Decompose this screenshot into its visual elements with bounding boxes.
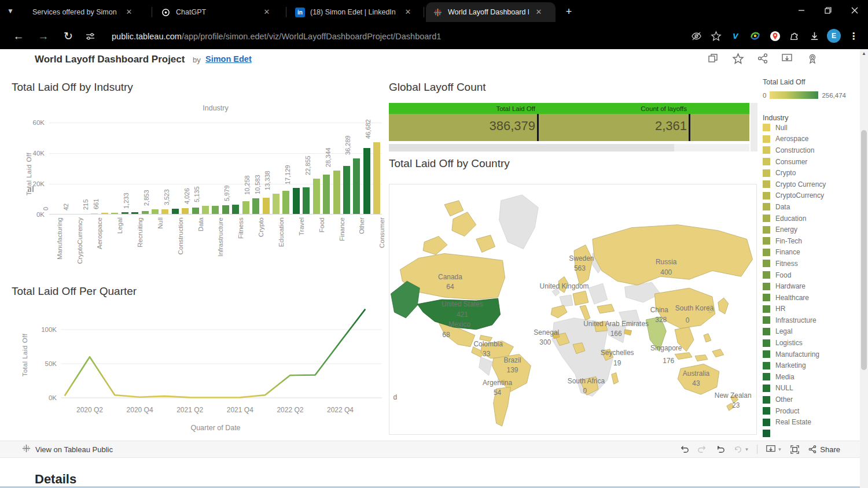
address-bar[interactable]: public.tableau.com/app/profile/simon.ede… <box>112 32 441 41</box>
bar-column[interactable]: 17,129Travel <box>291 123 301 214</box>
tab-list-chevron-icon[interactable]: ▼ <box>7 7 14 15</box>
legend-item[interactable]: Infrastructure <box>763 315 852 326</box>
legend-item[interactable]: Fitness <box>763 258 852 269</box>
legend-item[interactable]: Education <box>763 213 852 224</box>
bar[interactable] <box>142 211 149 214</box>
redo-icon[interactable] <box>697 445 707 454</box>
bar-column[interactable] <box>59 123 69 214</box>
bar-column[interactable] <box>241 123 251 214</box>
scrollbar-thumb[interactable] <box>389 144 674 151</box>
legend-item[interactable]: Crypto Currency <box>763 179 852 190</box>
legend-item[interactable]: Product <box>763 405 852 417</box>
share-button[interactable]: Share <box>808 445 840 454</box>
bar-column[interactable]: 0Manufacturing <box>49 123 59 214</box>
line-chart-plot[interactable]: 0K50K100K2020 Q22020 Q42021 Q22021 Q4202… <box>12 304 385 422</box>
legend-item[interactable]: Real Estate <box>763 416 852 428</box>
bar-column[interactable]: 22,855Food <box>311 123 321 214</box>
bar[interactable] <box>263 198 270 214</box>
bar[interactable] <box>152 209 159 214</box>
display-download-icon[interactable]: ▼ <box>766 444 782 454</box>
bar-column[interactable]: 13,338Education <box>271 123 281 214</box>
legend-item[interactable] <box>763 428 852 439</box>
bar-column[interactable]: 1,233Recruiting <box>130 123 139 214</box>
bar-column[interactable]: Infrastructure <box>211 123 220 214</box>
legend-item[interactable]: Fin-Tech <box>763 235 852 247</box>
bar[interactable] <box>303 187 310 214</box>
bar[interactable] <box>242 201 249 214</box>
bar[interactable] <box>273 194 279 214</box>
legend-item[interactable]: Construction <box>763 145 852 156</box>
downloads-icon[interactable] <box>804 26 824 46</box>
forward-button[interactable]: → <box>37 30 50 43</box>
legend-item[interactable]: Manufacturing <box>763 349 852 360</box>
scrollbar-up-arrow[interactable]: ▲ <box>860 51 868 56</box>
view-on-tableau-public[interactable]: View on Tableau Public <box>22 444 113 455</box>
world-map[interactable]: Canada64Sweden563United KingdomRussia400… <box>389 184 757 435</box>
close-window-button[interactable] <box>841 0 868 21</box>
legend-item[interactable]: Legal <box>763 326 852 338</box>
bar[interactable] <box>363 148 370 214</box>
new-tab-button[interactable]: + <box>562 6 575 19</box>
tracking-protection-eye-off-icon[interactable] <box>686 26 706 46</box>
table-vertical-scrollbar[interactable] <box>751 103 757 151</box>
legend-item[interactable]: Null <box>763 122 852 134</box>
download-icon[interactable] <box>781 53 795 66</box>
bar-column[interactable]: 28,344Finance <box>332 123 341 214</box>
legend-item[interactable]: NULL <box>763 383 852 394</box>
bar[interactable] <box>293 188 300 214</box>
bar[interactable] <box>343 166 350 214</box>
bar[interactable] <box>323 175 330 214</box>
tab-close-icon[interactable]: ✕ <box>534 7 544 17</box>
bar[interactable] <box>282 191 289 214</box>
bar-column[interactable] <box>321 123 331 214</box>
tab-linkedin[interactable]: in (18) Simon Edet | LinkedIn ✕ <box>288 2 422 22</box>
legend-item[interactable]: Data <box>763 201 852 213</box>
bar-column[interactable]: 5,135 <box>200 123 210 214</box>
bar-column[interactable]: Legal <box>110 123 120 214</box>
legend-item[interactable]: Crypto <box>763 167 852 179</box>
google-maps-extension-icon[interactable] <box>765 26 785 46</box>
bar[interactable] <box>101 213 108 214</box>
bar-column[interactable]: 42CryptoCurrency <box>69 123 79 214</box>
legend-item[interactable]: Energy <box>763 224 852 235</box>
bar[interactable] <box>313 179 320 214</box>
tab-close-icon[interactable]: ✕ <box>403 7 413 17</box>
tab-chatgpt[interactable]: ChatGPT ✕ <box>154 2 285 22</box>
bar[interactable] <box>192 208 199 214</box>
gradient-legend[interactable]: 0 256,474 <box>763 91 852 99</box>
scrollbar-thumb[interactable] <box>861 130 867 370</box>
menu-kebab-icon[interactable]: ⋮ <box>844 26 863 46</box>
bar[interactable] <box>111 213 118 214</box>
global-count-table[interactable]: Total Laid Off Count of layoffs 386,379 … <box>389 103 749 141</box>
award-badge-icon[interactable] <box>807 53 821 66</box>
legend-item[interactable]: Logistics <box>763 337 852 349</box>
legend-item[interactable]: Other <box>763 394 852 405</box>
map-canvas[interactable]: Canada64Sweden563United KingdomRussia400… <box>389 184 756 434</box>
favorite-star-icon[interactable] <box>732 53 746 66</box>
bar[interactable] <box>182 208 189 214</box>
bar-column[interactable]: 46,682Consumer <box>372 123 382 214</box>
bar[interactable] <box>172 209 179 214</box>
copy-workbook-icon[interactable] <box>707 53 721 66</box>
bar[interactable] <box>333 171 340 214</box>
legend-item[interactable]: Healthcare <box>763 292 852 304</box>
bar[interactable] <box>222 205 229 214</box>
bar[interactable] <box>373 142 380 214</box>
legend-item[interactable]: Consumer <box>763 156 852 168</box>
legend-item[interactable]: Marketing <box>763 360 852 371</box>
bar[interactable] <box>122 212 128 214</box>
reload-button[interactable]: ↻ <box>62 29 75 43</box>
legend-item[interactable]: Finance <box>763 247 852 258</box>
fullscreen-icon[interactable] <box>790 445 800 454</box>
bar[interactable] <box>353 158 360 214</box>
author-link[interactable]: Simon Edet <box>205 54 252 64</box>
bar[interactable] <box>212 206 219 214</box>
extensions-puzzle-icon[interactable] <box>785 26 804 46</box>
legend-item[interactable]: Media <box>763 371 852 383</box>
vimeo-extension-icon[interactable]: v <box>726 26 745 46</box>
tab-tableau-active[interactable]: World Layoff Dashboard Project ✕ <box>426 2 556 22</box>
bar-column[interactable]: 36,289Other <box>352 123 362 214</box>
table-horizontal-scrollbar[interactable] <box>389 144 749 151</box>
legend-item[interactable]: Food <box>763 269 852 281</box>
share-icon[interactable] <box>757 53 771 66</box>
